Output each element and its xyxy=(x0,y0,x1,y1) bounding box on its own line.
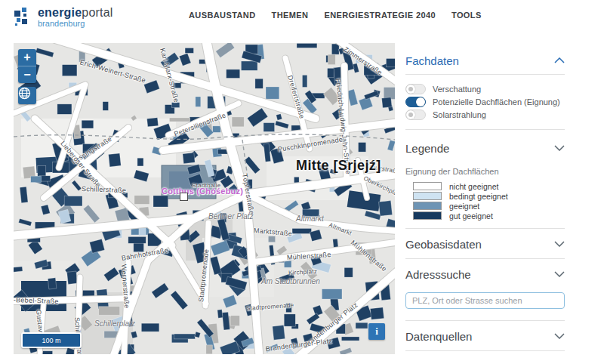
logo[interactable]: energieportal brandenburg xyxy=(14,6,113,28)
chevron-up-icon xyxy=(554,57,565,63)
layer-toggle-row[interactable]: Solarstrahlung xyxy=(405,109,565,120)
section-header-adresssuche[interactable]: Adresssuche xyxy=(405,266,565,282)
map-zoom-control: + − xyxy=(18,49,36,83)
logo-word-portal: portal xyxy=(82,6,112,19)
layer-toggle-row[interactable]: Verschattung xyxy=(405,83,565,94)
toggle-label: Solarstrahlung xyxy=(433,110,486,119)
section-header-datenquellen[interactable]: Datenquellen xyxy=(405,328,565,344)
section-title: Datenquellen xyxy=(405,330,472,343)
chevron-down-icon xyxy=(554,333,565,339)
legend-label: gut geeignet xyxy=(449,211,493,221)
logo-word-brandenburg: brandenburg xyxy=(38,19,113,28)
toggle-label: Verschattung xyxy=(433,85,481,94)
legend-list: nicht geeignetbedingt geeignetgeeignetgu… xyxy=(405,181,565,221)
toggle-knob xyxy=(406,85,415,94)
toggle-knob xyxy=(406,110,415,119)
legend-label: geeignet xyxy=(449,202,479,211)
section-title: Adresssuche xyxy=(405,268,471,281)
top-header: energieportal brandenburg AUSBAUSTANDTHE… xyxy=(0,0,604,43)
map-scale-bar: 100 m xyxy=(21,332,82,348)
section-title: Fachdaten xyxy=(405,54,459,67)
energieportal-page: energieportal brandenburg AUSBAUSTANDTHE… xyxy=(0,0,604,364)
chevron-down-icon xyxy=(554,241,565,247)
nav-item-ausbaustand[interactable]: AUSBAUSTAND xyxy=(189,11,256,20)
section-header-legende[interactable]: Legende xyxy=(405,139,565,157)
logo-text: energieportal brandenburg xyxy=(38,6,113,28)
map-rendering xyxy=(14,43,395,354)
legend-subtitle: Eignung der Dachflächen xyxy=(405,167,565,176)
logo-mark-icon xyxy=(14,6,32,27)
legend-item: gut geeignet xyxy=(413,211,565,221)
legend-swatch xyxy=(413,192,442,200)
divider xyxy=(405,350,565,351)
zoom-out-button[interactable]: − xyxy=(18,66,36,83)
nav-item-tools[interactable]: TOOLS xyxy=(451,11,482,20)
main-nav: AUSBAUSTANDTHEMENENERGIESTRATEGIE 2040TO… xyxy=(189,11,482,20)
toggle-switch-off[interactable] xyxy=(405,84,426,94)
legend-item: geeignet xyxy=(413,201,565,211)
chevron-down-icon xyxy=(554,271,565,277)
layer-toggle-row[interactable]: Potenzielle Dachflächen (Eignung) xyxy=(405,96,565,107)
nav-item-energiestrategie-2040[interactable]: ENERGIESTRATEGIE 2040 xyxy=(324,11,436,20)
logo-word-energie: energie xyxy=(38,6,82,19)
map-canvas[interactable]: Erich-Weinert-StraßeKarl-Marx-StraßeZimm… xyxy=(14,43,395,354)
stadthalle-poi-marker xyxy=(180,193,188,201)
toggle-label: Potenzielle Dachflächen (Eignung) xyxy=(433,97,560,106)
chevron-down-icon xyxy=(554,145,565,151)
legend-label: bedingt geeignet xyxy=(449,192,508,201)
section-header-geobasisdaten[interactable]: Geobasisdaten xyxy=(405,236,565,252)
address-search-input[interactable] xyxy=(405,292,565,309)
legend-label: nicht geeignet xyxy=(449,182,498,191)
legend-item: bedingt geeignet xyxy=(413,191,565,201)
legend-swatch xyxy=(413,202,442,210)
toggle-knob xyxy=(416,97,425,106)
nav-item-themen[interactable]: THEMEN xyxy=(272,11,309,20)
legend-swatch xyxy=(413,211,442,220)
globe-icon xyxy=(18,87,31,100)
layer-toggle-list: VerschattungPotenzielle Dachflächen (Eig… xyxy=(405,83,565,120)
section-title: Geobasisdaten xyxy=(405,238,482,251)
legend-item: nicht geeignet xyxy=(413,181,565,191)
toggle-switch-off[interactable] xyxy=(405,110,426,120)
section-header-fachdaten[interactable]: Fachdaten xyxy=(405,51,565,69)
zoom-in-button[interactable]: + xyxy=(18,49,36,66)
globe-button[interactable] xyxy=(18,87,36,104)
sidebar: Fachdaten VerschattungPotenzielle Dachfl… xyxy=(405,43,565,351)
toggle-switch-on[interactable] xyxy=(405,97,426,107)
info-button[interactable]: i xyxy=(368,323,385,340)
legend-swatch xyxy=(413,182,442,190)
section-title: Legende xyxy=(405,142,449,155)
